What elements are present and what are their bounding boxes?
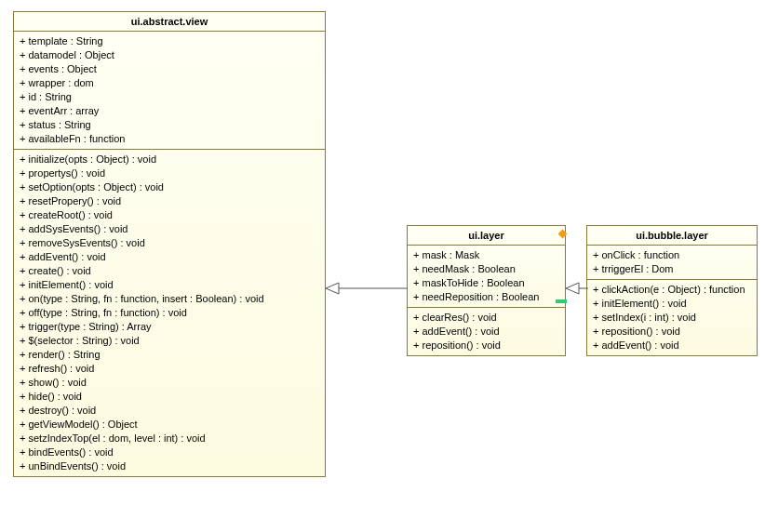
op: + off(type : String, fn : function) : vo…: [20, 306, 319, 320]
class-ui-abstract-view: ui.abstract.view + template : String + d…: [13, 11, 326, 477]
attr: + status : String: [20, 118, 319, 132]
op: + addEvent() : void: [593, 339, 751, 352]
op: + initElement() : void: [593, 297, 751, 311]
op: + initElement() : void: [20, 278, 319, 292]
class-title: ui.bubble.layer: [587, 226, 757, 246]
op: + getViewModel() : Object: [20, 418, 319, 432]
attr: + maskToHide : Boolean: [413, 276, 559, 290]
op: + clickAction(e : Object) : function: [593, 283, 751, 297]
svg-marker-1: [326, 283, 339, 294]
op: + initialize(opts : Object) : void: [20, 153, 319, 166]
op: + unBindEvents() : void: [20, 459, 319, 473]
op: + trigger(type : String) : Array: [20, 320, 319, 334]
attr: + eventArr : array: [20, 104, 319, 118]
class-operations: + clickAction(e : Object) : function + i…: [587, 280, 757, 355]
class-operations: + initialize(opts : Object) : void + pro…: [14, 150, 325, 476]
op: + refresh() : void: [20, 362, 319, 376]
class-operations: + clearRes() : void + addEvent() : void …: [408, 308, 565, 355]
op: + on(type : String, fn : function, inser…: [20, 292, 319, 306]
op: + show() : void: [20, 376, 319, 390]
op: + render() : String: [20, 348, 319, 362]
op: + create() : void: [20, 264, 319, 278]
class-title: ui.abstract.view: [14, 12, 325, 32]
op: + addSysEvents() : void: [20, 222, 319, 236]
class-title: ui.layer: [408, 226, 565, 246]
op: + setOption(opts : Object) : void: [20, 180, 319, 194]
attr: + wrapper : dom: [20, 76, 319, 90]
op: + removeSysEvents() : void: [20, 236, 319, 250]
attr: + id : String: [20, 90, 319, 104]
op: + setzIndexTop(el : dom, level : int) : …: [20, 432, 319, 446]
op: + $(selector : String) : void: [20, 334, 319, 348]
attr: + availableFn : function: [20, 132, 319, 146]
op: + createRoot() : void: [20, 208, 319, 222]
op: + reposition() : void: [413, 339, 559, 352]
class-attributes: + onClick : function + trriggerEl : Dom: [587, 246, 757, 280]
class-ui-layer: ui.layer + mask : Mask + needMask : Bool…: [407, 225, 566, 356]
attr: + datamodel : Object: [20, 48, 319, 62]
op: + setIndex(i : int) : void: [593, 311, 751, 325]
op: + reposition() : void: [593, 325, 751, 339]
attr: + events : Object: [20, 62, 319, 76]
op: + resetPropery() : void: [20, 194, 319, 208]
op: + destroy() : void: [20, 404, 319, 418]
op: + hide() : void: [20, 390, 319, 404]
class-ui-bubble-layer: ui.bubble.layer + onClick : function + t…: [586, 225, 758, 356]
op: + propertys() : void: [20, 166, 319, 180]
attr: + onClick : function: [593, 248, 751, 262]
class-attributes: + mask : Mask + needMask : Boolean + mas…: [408, 246, 565, 308]
op: + addEvent() : void: [413, 325, 559, 339]
op: + bindEvents() : void: [20, 446, 319, 459]
op: + addEvent() : void: [20, 250, 319, 264]
attr: + needReposition : Boolean: [413, 290, 559, 304]
generalization-arrow: [326, 282, 409, 295]
class-attributes: + template : String + datamodel : Object…: [14, 32, 325, 150]
svg-marker-3: [566, 283, 579, 294]
attr: + needMask : Boolean: [413, 262, 559, 276]
marker-icon: [556, 299, 567, 303]
attr: + trriggerEl : Dom: [593, 262, 751, 276]
op: + clearRes() : void: [413, 311, 559, 325]
attr: + template : String: [20, 34, 319, 48]
attr: + mask : Mask: [413, 248, 559, 262]
